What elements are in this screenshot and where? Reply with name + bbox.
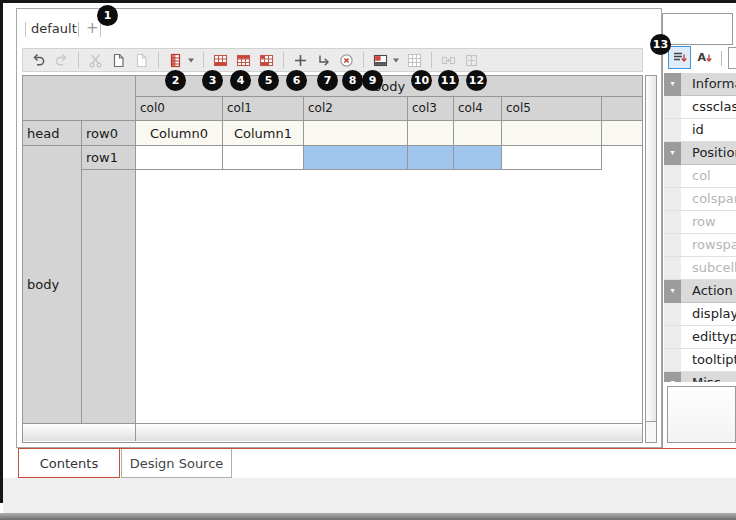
column-header-col4[interactable]: col4 <box>454 97 502 121</box>
property-row-rowspan[interactable]: rowspan <box>664 234 736 257</box>
split-cells-icon <box>463 52 480 69</box>
properties-toolbar-clipped-button[interactable] <box>728 47 736 69</box>
insert-column-icon[interactable] <box>167 52 184 69</box>
property-row-id[interactable]: id <box>664 119 736 142</box>
toolbar-separator <box>78 52 79 68</box>
section-label-body[interactable]: body <box>23 146 82 424</box>
row-header-empty <box>82 170 136 424</box>
properties-grid: ▾ Information cssclass id ▾ Position col… <box>664 73 736 382</box>
dropdown-caret-icon[interactable] <box>392 56 400 64</box>
property-description-box <box>667 386 736 443</box>
bottom-band-left <box>23 424 136 441</box>
toolbar-separator <box>431 52 432 68</box>
editor-tab-default[interactable]: default <box>31 21 77 36</box>
merge-cells-icon <box>440 52 457 69</box>
column-header-col3[interactable]: col3 <box>408 97 454 121</box>
annotation-badge-9: 9 <box>362 70 383 91</box>
annotation-badge-1: 1 <box>97 5 118 26</box>
properties-filter-box[interactable] <box>662 13 733 45</box>
annotation-badge-12: 12 <box>466 70 487 91</box>
insert-row-top-icon[interactable] <box>212 52 229 69</box>
property-group-position[interactable]: ▾ Position <box>664 142 736 165</box>
toolbar-separator <box>158 52 159 68</box>
column-header-col1[interactable]: col1 <box>223 97 304 121</box>
cell-row1-col3-selected[interactable] <box>408 146 454 170</box>
grid-view-icon <box>406 52 423 69</box>
designer-toolbar <box>22 48 643 72</box>
delete-cell-icon[interactable] <box>338 52 355 69</box>
bottom-band-right <box>136 424 642 441</box>
insert-row-bottom-icon[interactable] <box>258 52 275 69</box>
table-designer-window: default + <box>0 0 736 520</box>
cell-row1-col1[interactable] <box>223 146 304 170</box>
toolbar-separator <box>363 52 364 68</box>
properties-toolbar-separator <box>721 51 722 66</box>
tabstrip-separator <box>78 22 79 37</box>
tab-contents[interactable]: Contents <box>18 449 120 478</box>
toolbar-separator <box>283 52 284 68</box>
row-header-row1[interactable]: row1 <box>82 146 136 170</box>
property-row-cssclass[interactable]: cssclass <box>664 96 736 119</box>
property-row-tooltiptext[interactable]: tooltiptext <box>664 349 736 372</box>
property-row-col[interactable]: col <box>664 165 736 188</box>
annotation-badge-6: 6 <box>286 70 307 91</box>
window-border-left <box>0 0 3 503</box>
property-row-edittype[interactable]: edittype <box>664 326 736 349</box>
cell-row0-col3[interactable] <box>408 121 454 146</box>
property-group-information[interactable]: ▾ Information <box>664 73 736 96</box>
cell-row1-col0[interactable] <box>136 146 223 170</box>
cell-row0-col4[interactable] <box>454 121 502 146</box>
cell-row1-col5[interactable] <box>502 146 602 170</box>
cell-row1-col2-selected[interactable] <box>304 146 408 170</box>
column-header-col5[interactable]: col5 <box>502 97 602 121</box>
cell-row1-col4-selected[interactable] <box>454 146 502 170</box>
annotation-badge-7: 7 <box>317 70 338 91</box>
undo-icon[interactable] <box>30 52 47 69</box>
grid-corner-cell <box>23 76 136 121</box>
annotation-badge-3: 3 <box>202 70 223 91</box>
alphabetical-sort-button[interactable]: A <box>694 47 715 68</box>
property-row-colspan[interactable]: colspan <box>664 188 736 211</box>
column-header-col2[interactable]: col2 <box>304 97 408 121</box>
section-label-head[interactable]: head <box>23 121 82 146</box>
tabstrip-separator <box>25 22 26 37</box>
tab-design-source[interactable]: Design Source <box>121 449 232 478</box>
scrollbar-corner <box>645 421 657 443</box>
redo-icon <box>53 52 70 69</box>
column-header-col0[interactable]: col0 <box>136 97 223 121</box>
window-border-top <box>0 0 736 3</box>
dropdown-caret-icon[interactable] <box>187 56 195 64</box>
svg-text:A: A <box>698 51 707 64</box>
collapse-arrow-icon[interactable]: ▾ <box>664 372 681 382</box>
add-cell-icon[interactable] <box>292 52 309 69</box>
add-tab-button[interactable]: + <box>86 19 99 37</box>
window-border-bottom <box>0 513 736 520</box>
paste-icon <box>133 52 150 69</box>
property-row-display[interactable]: display <box>664 303 736 326</box>
cell-row0-col5[interactable] <box>502 121 602 146</box>
statusbar-area <box>3 478 736 514</box>
properties-panel-border <box>662 13 663 448</box>
table-style-icon[interactable] <box>372 52 389 69</box>
body-empty-area[interactable] <box>136 170 642 424</box>
insert-row-middle-icon[interactable] <box>235 52 252 69</box>
move-cell-icon[interactable] <box>315 52 332 69</box>
property-row-row[interactable]: row <box>664 211 736 234</box>
collapse-arrow-icon[interactable]: ▾ <box>664 142 681 165</box>
row-header-row0[interactable]: row0 <box>82 121 136 146</box>
annotation-badge-8: 8 <box>342 70 363 91</box>
annotation-badge-4: 4 <box>230 70 251 91</box>
collapse-arrow-icon[interactable]: ▾ <box>664 280 681 303</box>
property-group-misc[interactable]: ▾ Misc <box>664 372 736 382</box>
annotation-badge-5: 5 <box>258 70 279 91</box>
cell-row0-col2[interactable] <box>304 121 408 146</box>
cell-row0-col0[interactable]: Column0 <box>136 121 223 146</box>
property-group-action[interactable]: ▾ Action <box>664 280 736 303</box>
cell-row0-col1[interactable]: Column1 <box>223 121 304 146</box>
copy-icon[interactable] <box>110 52 127 69</box>
property-row-subcell[interactable]: subcell <box>664 257 736 280</box>
toolbar-separator <box>203 52 204 68</box>
vertical-scrollbar[interactable] <box>645 75 657 422</box>
categorized-sort-button[interactable] <box>668 46 691 69</box>
collapse-arrow-icon[interactable]: ▾ <box>664 73 681 96</box>
